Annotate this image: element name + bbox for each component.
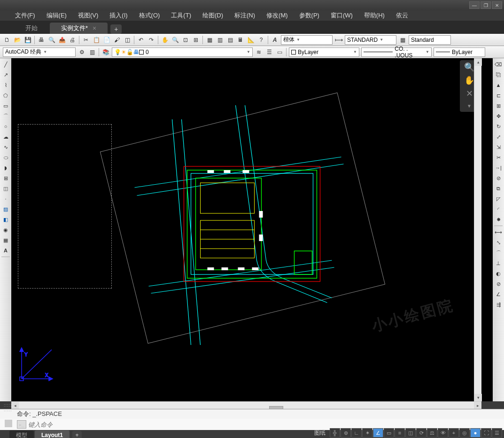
model-tab[interactable]: 模型: [9, 430, 34, 438]
menu-yiyun[interactable]: 依云: [390, 10, 414, 21]
command-prompt-icon[interactable]: ▸_: [17, 420, 26, 429]
dim-dia-icon[interactable]: ⊘: [494, 279, 503, 289]
window-minimize[interactable]: —: [469, 1, 480, 9]
sheet-icon[interactable]: ▥: [215, 35, 225, 45]
tool-palette-icon[interactable]: ▤: [225, 35, 235, 45]
workspace-dropdown[interactable]: AutoCAD 经典 ▼: [3, 47, 76, 57]
pline-icon[interactable]: ⌇: [1, 80, 10, 90]
font-dropdown[interactable]: 楷体 ▼: [281, 35, 333, 45]
zoom-prev-icon[interactable]: ⊞: [191, 35, 201, 45]
join-icon[interactable]: ⧉: [494, 184, 503, 193]
scroll-left-icon[interactable]: ◂: [11, 402, 19, 409]
color-dropdown[interactable]: ByLayer ▼: [289, 47, 359, 57]
dimstyle-dropdown[interactable]: Standard: [409, 35, 451, 45]
ellipse-arc-icon[interactable]: ◗: [1, 163, 10, 172]
layout1-tab[interactable]: Layout1: [35, 430, 70, 438]
dim-linear-icon[interactable]: ⟷: [494, 227, 503, 237]
tab-start[interactable]: 开始: [14, 23, 49, 34]
polygon-icon[interactable]: ⬠: [1, 91, 10, 100]
dim-arc-icon[interactable]: ⌒: [494, 248, 503, 258]
circle-icon[interactable]: ○: [1, 122, 10, 131]
annot-vis-icon[interactable]: 👁: [438, 428, 448, 438]
zoom-window-icon[interactable]: ⊡: [181, 35, 190, 45]
mirror-icon[interactable]: ▲: [494, 80, 503, 90]
scroll-right-icon[interactable]: ▸: [474, 402, 481, 409]
vertical-scrollbar[interactable]: ▴ ▾: [474, 58, 481, 401]
menu-file[interactable]: 文件(F): [9, 10, 41, 21]
copy-icon[interactable]: 📋: [92, 35, 101, 45]
dim-quick-icon[interactable]: ⇶: [494, 300, 503, 309]
preview-icon[interactable]: 🔍: [47, 35, 56, 45]
arc-icon[interactable]: ⌒: [1, 111, 10, 121]
ortho-icon[interactable]: ∟: [351, 428, 362, 438]
table-icon[interactable]: ▦: [1, 235, 10, 245]
hardware-icon[interactable]: ●: [470, 428, 481, 438]
menu-modify[interactable]: 修改(M): [261, 10, 294, 21]
grid-toggle-icon[interactable]: ╬: [330, 428, 340, 438]
ellipse-icon[interactable]: ⬭: [1, 153, 10, 162]
pan-icon[interactable]: ✋: [160, 35, 170, 45]
publish-icon[interactable]: 📤: [57, 35, 67, 45]
layer-prev-icon[interactable]: ≋: [254, 47, 264, 57]
chamfer-icon[interactable]: ◸: [494, 194, 503, 203]
rotate-icon[interactable]: ↻: [494, 122, 503, 131]
lineweight-dropdown[interactable]: ByLayer: [434, 47, 485, 57]
table-style-icon[interactable]: ▦: [398, 35, 407, 45]
dim-aligned-icon[interactable]: ⤡: [494, 238, 503, 247]
workspace-settings-icon[interactable]: ▥: [87, 47, 97, 57]
properties-icon[interactable]: ▦: [205, 35, 214, 45]
menu-dimension[interactable]: 标注(N): [229, 10, 261, 21]
gear-icon[interactable]: ⚙: [77, 47, 86, 57]
fillet-icon[interactable]: ◜: [494, 204, 503, 214]
isolate-icon[interactable]: ◎: [459, 428, 470, 438]
layer-manager-icon[interactable]: 📚: [101, 47, 110, 57]
calc-icon[interactable]: 🖩: [236, 35, 245, 45]
mtext-icon[interactable]: A: [1, 246, 10, 255]
print-icon[interactable]: 🖶: [37, 35, 46, 45]
dim-angular-icon[interactable]: ∠: [494, 289, 503, 299]
gradient-icon[interactable]: ◧: [1, 215, 10, 224]
redo-icon[interactable]: ↷: [147, 35, 156, 45]
scale-icon[interactable]: ⤢: [494, 132, 503, 141]
open-icon[interactable]: 📂: [13, 35, 22, 45]
layer-state-icon[interactable]: ☰: [264, 47, 274, 57]
zoom-icon[interactable]: 🔍: [171, 35, 180, 45]
new-icon[interactable]: 🗋: [2, 35, 12, 45]
menu-help[interactable]: 帮助(H): [358, 10, 390, 21]
line-icon[interactable]: ╱: [1, 60, 10, 69]
scroll-down-icon[interactable]: ▾: [474, 394, 482, 401]
dim-radius-icon[interactable]: ◐: [494, 269, 503, 278]
menu-draw[interactable]: 绘图(D): [197, 10, 229, 21]
tab-active-document[interactable]: 实例文件* ×: [50, 23, 108, 34]
menu-tools[interactable]: 工具(T): [165, 10, 197, 21]
move-icon[interactable]: ✥: [494, 111, 503, 121]
paste-icon[interactable]: 📄: [102, 35, 111, 45]
layout-add-button[interactable]: +: [72, 431, 82, 438]
help-icon[interactable]: ?: [256, 35, 266, 45]
text-style-icon[interactable]: A: [270, 35, 279, 45]
dim-style-icon[interactable]: ⟼: [334, 35, 343, 45]
cycling-icon[interactable]: ⟳: [416, 428, 426, 438]
textstyle-dropdown[interactable]: STANDARD ▼: [345, 35, 396, 45]
layer-dropdown[interactable]: 💡 ☀ 🔓 🖶 0 ▼: [112, 47, 253, 57]
cut-icon[interactable]: ✂: [81, 35, 91, 45]
save-icon[interactable]: 💾: [23, 35, 32, 45]
lock-ui-icon[interactable]: +: [449, 428, 459, 438]
menu-window[interactable]: 窗口(W): [325, 10, 358, 21]
transparency-icon[interactable]: ◫: [405, 428, 416, 438]
command-grip[interactable]: ::::::::::: [4, 403, 12, 412]
point-icon[interactable]: ·: [1, 194, 10, 203]
horizontal-scrollbar[interactable]: ◂ ▸: [11, 401, 481, 409]
tab-close-icon[interactable]: ×: [93, 24, 96, 32]
array-icon[interactable]: ⊞: [494, 101, 503, 110]
drawing-canvas[interactable]: 小小绘图院 Y X 🔍 ✋ ✕ ▼ ▴ ▾: [11, 58, 493, 401]
region-icon[interactable]: ◉: [1, 225, 10, 235]
spline-icon[interactable]: ∿: [1, 142, 10, 152]
window-close[interactable]: ✕: [492, 1, 502, 9]
menu-insert[interactable]: 插入(I): [104, 10, 133, 21]
rectangle-icon[interactable]: ▭: [1, 101, 10, 110]
menu-format[interactable]: 格式(O): [133, 10, 166, 21]
insert-icon[interactable]: ⊞: [1, 173, 10, 183]
revcloud-icon[interactable]: ☁: [1, 132, 10, 141]
extend-icon[interactable]: →|: [494, 163, 503, 172]
